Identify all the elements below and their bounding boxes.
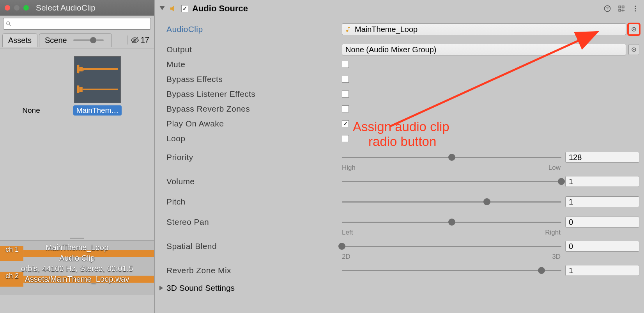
bypass-effects-checkbox[interactable] — [342, 76, 349, 83]
preview-name: MainTheme_Loop — [0, 242, 154, 253]
help-icon[interactable]: ? — [603, 5, 611, 12]
row-priority: Priority 128 — [166, 150, 639, 165]
pitch-value[interactable]: 1 — [565, 196, 639, 207]
foldout-3d-sound-settings[interactable]: 3D Sound Settings — [159, 278, 639, 293]
spatial-max-label: 3D — [552, 253, 561, 261]
svg-rect-18 — [619, 6, 621, 8]
priority-max-label: Low — [548, 164, 561, 172]
target-icon — [631, 27, 637, 32]
label-output: Output — [166, 45, 342, 54]
row-priority-labels: HighLow — [166, 165, 639, 174]
label-bypass-effects: Bypass Effects — [166, 75, 342, 84]
svg-marker-30 — [159, 286, 163, 290]
tab-assets[interactable]: Assets — [2, 33, 37, 47]
inspector-panel: Audio Source ? AudioClip MainTheme_Loop — [154, 0, 644, 313]
row-stereo-labels: LeftRight — [166, 229, 639, 239]
svg-rect-7 — [83, 68, 118, 70]
audioclip-thumb — [74, 56, 121, 103]
label-play-on-awake: Play On Awake — [166, 119, 342, 128]
priority-value[interactable]: 128 — [565, 152, 639, 163]
svg-point-0 — [7, 22, 10, 25]
row-spatial-labels: 2D3D — [166, 254, 639, 263]
search-field[interactable] — [3, 18, 151, 30]
preview-panel: ch 1 ch 2 MainTheme_Loop Audio Clip orbi… — [0, 240, 154, 295]
window-titlebar: Select AudioClip — [0, 0, 154, 16]
svg-rect-8 — [77, 85, 79, 93]
close-window-button[interactable] — [5, 5, 10, 11]
priority-slider[interactable] — [342, 154, 561, 161]
window-controls — [5, 5, 29, 11]
kebab-menu-icon[interactable] — [632, 5, 639, 12]
volume-value[interactable]: 1 — [565, 176, 639, 187]
tab-scene-label: Scene — [45, 36, 67, 45]
audioclip-field[interactable]: MainTheme_Loop — [342, 23, 626, 35]
label-loop: Loop — [166, 134, 342, 143]
zoom-window-button[interactable] — [23, 5, 29, 11]
label-3d-sound-settings: 3D Sound Settings — [166, 283, 235, 293]
preview-resize-handle[interactable] — [0, 236, 154, 240]
svg-marker-15 — [159, 6, 165, 10]
hidden-count: 17 — [141, 36, 149, 44]
loop-checkbox[interactable] — [342, 135, 349, 142]
stereo-pan-value[interactable]: 0 — [565, 217, 639, 228]
asset-item-maintheme[interactable]: MainThem… — [70, 56, 125, 116]
label-priority: Priority — [166, 153, 342, 162]
svg-point-23 — [635, 5, 636, 7]
row-stereo-pan: Stereo Pan 0 — [166, 215, 639, 229]
label-stereo-pan: Stereo Pan — [166, 217, 342, 227]
component-header-buttons: ? — [603, 5, 639, 12]
search-input[interactable] — [11, 20, 148, 27]
assets-grid: None MainThem… — [0, 48, 154, 236]
stereo-min-label: Left — [342, 229, 353, 237]
component-header: Audio Source ? — [155, 0, 644, 17]
svg-rect-20 — [619, 9, 621, 11]
svg-line-1 — [9, 25, 11, 26]
component-enabled-checkbox[interactable] — [181, 5, 188, 12]
asset-item-none[interactable]: None — [4, 56, 58, 116]
output-field[interactable]: None (Audio Mixer Group) — [342, 44, 626, 55]
preview-type: Audio Clip — [0, 253, 154, 263]
thumbnail-size-slider[interactable] — [71, 39, 106, 41]
foldout-toggle[interactable] — [159, 6, 165, 11]
row-bypass-listener: Bypass Listener Effects — [166, 87, 639, 101]
play-on-awake-checkbox[interactable] — [342, 120, 349, 127]
reverb-zone-mix-value[interactable]: 1 — [565, 265, 639, 276]
search-icon — [6, 21, 11, 27]
reverb-zone-mix-slider[interactable] — [342, 267, 561, 274]
svg-point-24 — [635, 8, 636, 9]
stereo-pan-slider[interactable] — [342, 219, 561, 226]
picker-tabs: Assets Scene 17 — [0, 32, 154, 48]
priority-min-label: High — [342, 164, 356, 172]
asset-label: MainThem… — [73, 105, 122, 116]
label-pitch: Pitch — [166, 197, 342, 206]
bypass-listener-checkbox[interactable] — [342, 91, 349, 98]
output-picker-button[interactable] — [628, 44, 639, 55]
audioclip-picker-button[interactable] — [628, 24, 639, 35]
row-output: Output None (Audio Mixer Group) — [166, 42, 639, 57]
svg-rect-6 — [79, 67, 82, 71]
pitch-slider[interactable] — [342, 198, 561, 205]
tab-scene[interactable]: Scene — [39, 33, 112, 47]
preview-path: Assets/MainTheme_Loop.wav — [0, 274, 154, 285]
spatial-blend-slider[interactable] — [342, 243, 561, 250]
window-title: Select AudioClip — [36, 3, 96, 12]
spatial-blend-value[interactable]: 0 — [565, 241, 639, 252]
audioclip-value: MainTheme_Loop — [355, 25, 418, 34]
svg-rect-5 — [77, 65, 79, 73]
preview-meta: orbis, 44100 Hz, Stereo, 00:01.5 — [0, 263, 154, 274]
hidden-objects-toggle[interactable]: 17 — [127, 36, 152, 44]
row-bypass-reverb: Bypass Reverb Zones — [166, 101, 639, 116]
minimize-window-button[interactable] — [14, 5, 19, 11]
svg-rect-19 — [622, 6, 624, 8]
eye-slash-icon — [131, 36, 139, 44]
chevron-right-icon — [159, 286, 164, 290]
bypass-reverb-checkbox[interactable] — [342, 105, 349, 112]
svg-text:?: ? — [606, 6, 609, 11]
mute-checkbox[interactable] — [342, 61, 349, 68]
label-reverb-zone-mix: Reverb Zone Mix — [166, 266, 342, 275]
none-thumb — [8, 56, 55, 103]
volume-slider[interactable] — [342, 178, 561, 185]
presets-icon[interactable] — [617, 5, 625, 12]
row-bypass-effects: Bypass Effects — [166, 72, 639, 87]
stereo-max-label: Right — [545, 229, 561, 237]
